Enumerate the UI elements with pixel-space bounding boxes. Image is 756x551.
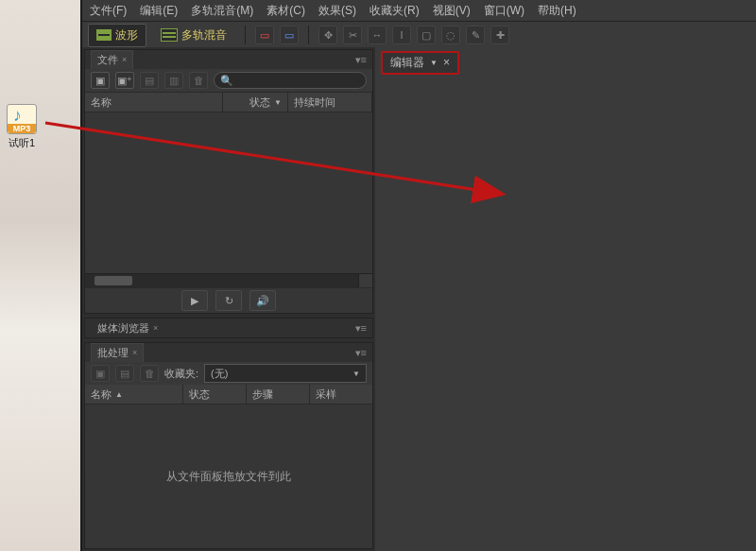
batch-remove-button[interactable]: ▤ (115, 365, 134, 382)
lasso-tool[interactable]: ◌ (441, 26, 460, 44)
import-file-button[interactable]: ▣⁺ (115, 72, 134, 89)
waveform-mode-button[interactable]: 波形 (88, 24, 146, 47)
panel-menu-icon[interactable]: ▾≡ (355, 347, 367, 359)
batch-clear-button[interactable]: 🗑 (140, 365, 159, 382)
sort-icon: ▲ (115, 390, 123, 399)
menu-effects[interactable]: 效果(S) (318, 3, 356, 19)
files-toolbar: ▣ ▣⁺ ▤ ▥ 🗑 🔍 (85, 69, 372, 93)
mp3-file-icon: ♪ MP3 (7, 104, 37, 134)
menu-file[interactable]: 文件(F) (90, 3, 127, 19)
bcol-name[interactable]: 名称 ▲ (85, 385, 183, 404)
new-file-button[interactable]: ▤ (140, 72, 159, 89)
search-input[interactable]: 🔍 (214, 72, 367, 89)
loop-button[interactable]: ↻ (215, 290, 242, 311)
main-toolbar: 波形 多轨混音 ▭ ▭ ✥ ✂ ↔ I ▢ ◌ ✎ ✚ (82, 22, 756, 49)
batch-empty-message: 从文件面板拖放文件到此 (85, 405, 372, 548)
left-panels-column: 文件 × ▾≡ ▣ ▣⁺ ▤ ▥ 🗑 🔍 名称 (82, 47, 375, 551)
menu-clip[interactable]: 素材(C) (266, 3, 305, 19)
panel-menu-icon[interactable]: ▾≡ (355, 54, 367, 66)
editor-tab[interactable]: 编辑器 ▼ × (381, 51, 459, 75)
desktop-file-mp3[interactable]: ♪ MP3 试听1 (4, 104, 40, 150)
files-panel: 文件 × ▾≡ ▣ ▣⁺ ▤ ▥ 🗑 🔍 名称 (84, 49, 373, 314)
app-body: 文件 × ▾≡ ▣ ▣⁺ ▤ ▥ 🗑 🔍 名称 (82, 47, 756, 551)
batch-favorites-row: ▣ ▤ 🗑 收藏夹: (无) ▼ (85, 362, 372, 385)
col-duration[interactable]: 持续时间 (288, 93, 372, 112)
files-list[interactable] (85, 112, 372, 273)
close-icon[interactable]: × (443, 56, 450, 69)
files-panel-tabbar: 文件 × ▾≡ (85, 50, 372, 69)
chevron-down-icon: ▼ (352, 370, 360, 378)
app-window: 文件(F) 编辑(E) 多轨混音(M) 素材(C) 效果(S) 收藏夹(R) 视… (80, 0, 756, 551)
cut-tool[interactable]: ✂ (343, 26, 362, 44)
close-icon[interactable]: × (153, 323, 158, 333)
scrollbar-thumb[interactable] (94, 276, 132, 285)
editor-column: 编辑器 ▼ × (375, 47, 756, 551)
menu-favorites[interactable]: 收藏夹(R) (369, 3, 420, 19)
menu-multitrack[interactable]: 多轨混音(M) (191, 3, 253, 19)
brush-tool[interactable]: ✎ (466, 26, 485, 44)
batch-table-header: 名称 ▲ 状态 步骤 采样 (85, 385, 372, 405)
marquee-tool[interactable]: ▢ (417, 26, 436, 44)
media-browser-tab[interactable]: 媒体浏览器 × (91, 319, 164, 338)
media-tab-label: 媒体浏览器 (97, 321, 149, 336)
bcol-steps[interactable]: 步骤 (247, 385, 310, 404)
close-icon[interactable]: × (122, 55, 127, 64)
scrollbar-right-button[interactable] (358, 274, 372, 287)
menu-view[interactable]: 视图(V) (433, 3, 471, 19)
media-panel-tabbar: 媒体浏览器 × ▾≡ (85, 319, 372, 337)
multitrack-mode-button[interactable]: 多轨混音 (152, 24, 235, 47)
col-status[interactable]: 状态 ▼ (223, 93, 288, 112)
move-tool[interactable]: ✥ (318, 26, 337, 44)
batch-tab[interactable]: 批处理 × (91, 343, 144, 363)
editor-tabbar: 编辑器 ▼ × (375, 47, 756, 77)
batch-tab-label: 批处理 (97, 346, 129, 360)
trash-button[interactable]: 🗑 (189, 72, 208, 89)
editor-tab-label: 编辑器 (390, 55, 424, 71)
multitrack-icon (161, 28, 178, 42)
bcol-sample[interactable]: 采样 (310, 385, 372, 404)
spectral-pitch-button[interactable]: ▭ (280, 26, 299, 44)
col-name[interactable]: 名称 (85, 93, 223, 112)
multitrack-label: 多轨混音 (181, 27, 227, 43)
batch-add-folder-button[interactable]: ▣ (91, 365, 110, 382)
batch-panel: 批处理 × ▾≡ ▣ ▤ 🗑 收藏夹: (无) ▼ (84, 342, 373, 549)
menu-edit[interactable]: 编辑(E) (140, 3, 178, 19)
files-tab-label: 文件 (97, 53, 118, 67)
batch-panel-tabbar: 批处理 × ▾≡ (85, 343, 372, 362)
files-preview-row: ▶ ↻ 🔊 (85, 287, 372, 313)
open-file-button[interactable]: ▣ (91, 72, 110, 89)
close-icon[interactable]: × (132, 348, 137, 357)
menu-window[interactable]: 窗口(W) (484, 3, 524, 19)
toolbar-separator (308, 26, 309, 44)
music-note-icon: ♪ (13, 107, 22, 124)
panel-menu-icon[interactable]: ▾≡ (355, 322, 367, 335)
close-file-button[interactable]: ▥ (164, 72, 183, 89)
files-table-header: 名称 状态 ▼ 持续时间 (85, 93, 372, 112)
autoplay-button[interactable]: 🔊 (249, 290, 276, 311)
desktop-file-label: 试听1 (4, 136, 40, 150)
spectral-freq-button[interactable]: ▭ (255, 26, 274, 44)
waveform-label: 波形 (115, 27, 138, 43)
files-tab[interactable]: 文件 × (91, 50, 133, 70)
menu-help[interactable]: 帮助(H) (538, 3, 576, 19)
slip-tool[interactable]: ↔ (368, 26, 387, 44)
toolbar-separator (245, 26, 246, 44)
sort-icon: ▼ (274, 98, 282, 107)
play-button[interactable]: ▶ (181, 290, 208, 311)
bcol-status[interactable]: 状态 (183, 385, 247, 404)
search-icon: 🔍 (220, 75, 233, 87)
favorites-label: 收藏夹: (164, 367, 198, 381)
desktop-region: ♪ MP3 试听1 (0, 0, 80, 551)
waveform-icon (96, 29, 112, 41)
chevron-down-icon: ▼ (430, 59, 438, 67)
file-ext-badge: MP3 (8, 124, 36, 133)
editor-drop-area[interactable] (375, 77, 756, 551)
heal-tool[interactable]: ✚ (490, 26, 509, 44)
time-select-tool[interactable]: I (392, 26, 411, 44)
favorites-dropdown[interactable]: (无) ▼ (204, 364, 367, 383)
media-browser-panel: 媒体浏览器 × ▾≡ (84, 318, 373, 338)
menu-bar: 文件(F) 编辑(E) 多轨混音(M) 素材(C) 效果(S) 收藏夹(R) 视… (82, 0, 756, 22)
files-hscrollbar[interactable] (85, 273, 372, 287)
favorites-value: (无) (211, 367, 228, 381)
